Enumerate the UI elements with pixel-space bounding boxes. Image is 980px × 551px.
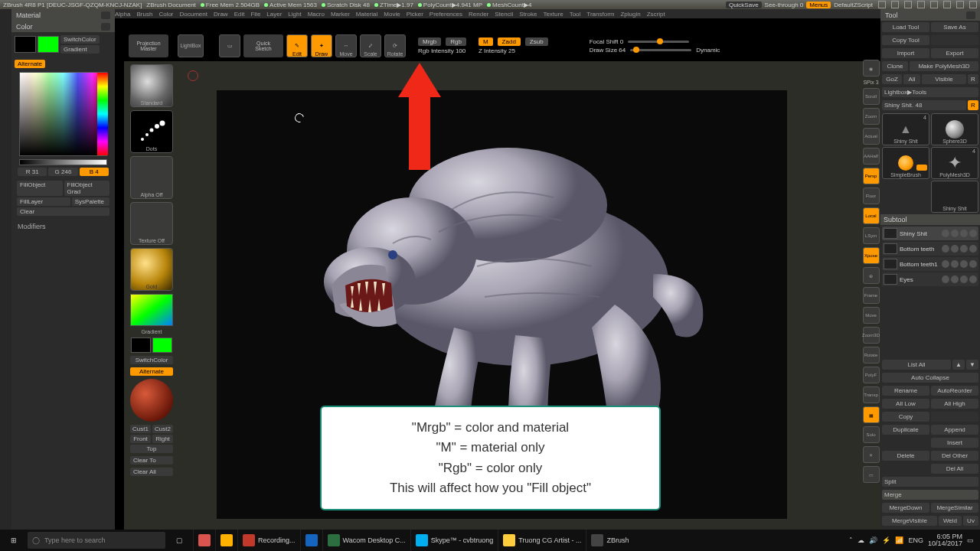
- floor-button[interactable]: Floor: [863, 187, 880, 204]
- subtool-item[interactable]: Shiny Shit: [882, 227, 978, 240]
- r-chip[interactable]: R: [968, 100, 978, 110]
- append-button[interactable]: Append: [931, 425, 978, 435]
- menu-item[interactable]: Preferences: [430, 11, 462, 18]
- clone-button[interactable]: Clone: [882, 61, 908, 71]
- mergesimilar-button[interactable]: MergeSimilar: [931, 503, 978, 513]
- copy-tool-button[interactable]: Copy Tool: [882, 35, 929, 45]
- syspalette-button[interactable]: SysPalette: [72, 197, 109, 206]
- swatch[interactable]: [131, 337, 151, 353]
- menus-button[interactable]: Menus: [806, 2, 831, 8]
- drawsize-slider[interactable]: [630, 49, 691, 51]
- load-tool-button[interactable]: Load Tool: [882, 22, 929, 32]
- scroll-button[interactable]: Scroll: [863, 88, 880, 105]
- mergedown-button[interactable]: MergeDown: [882, 503, 929, 513]
- material-thumb[interactable]: Gold: [130, 248, 173, 291]
- split-header[interactable]: Split: [882, 477, 978, 487]
- clearall-button[interactable]: Clear All: [130, 468, 173, 476]
- allhigh-button[interactable]: All High: [931, 399, 978, 409]
- tray-icon[interactable]: 📶: [895, 536, 903, 544]
- menu-item[interactable]: Render: [469, 11, 488, 18]
- gradient-button[interactable]: Gradient: [60, 45, 100, 54]
- listall-button[interactable]: List All: [882, 360, 951, 370]
- collapse-icon[interactable]: [966, 11, 975, 19]
- rotate-button[interactable]: ⟳Rotate: [384, 34, 406, 57]
- switchcolor-button[interactable]: SwitchColor: [130, 356, 173, 364]
- save-as-button[interactable]: Save As: [931, 22, 978, 32]
- delother-button[interactable]: Del Other: [931, 451, 978, 461]
- visible-button[interactable]: Visible: [922, 74, 966, 84]
- clear-button[interactable]: Clear: [17, 207, 109, 216]
- persp-button[interactable]: Persp: [863, 168, 880, 184]
- taskbar-item[interactable]: Truong CG Artist - ...: [498, 530, 586, 551]
- menu-item[interactable]: Transform: [586, 11, 614, 18]
- rgb-intensity-label[interactable]: Rgb Intensity 100: [418, 47, 466, 54]
- aahalf-button[interactable]: AAHalf: [863, 148, 880, 165]
- rename-button[interactable]: Rename: [882, 386, 929, 396]
- alternate-button[interactable]: Alternate: [130, 367, 173, 376]
- zsub-button[interactable]: Zsub: [525, 37, 548, 46]
- subtool-item[interactable]: Bottom teeth: [882, 242, 978, 256]
- win-icon[interactable]: [904, 1, 912, 8]
- menu-item[interactable]: Alpha: [115, 11, 130, 18]
- close-icon[interactable]: [969, 1, 977, 8]
- menu-item[interactable]: Zplugin: [620, 11, 640, 18]
- paste-button[interactable]: [931, 412, 978, 422]
- modifiers-label[interactable]: Modifiers: [15, 218, 112, 235]
- clearto-button[interactable]: Clear To: [130, 456, 173, 465]
- alllow-button[interactable]: All Low: [882, 399, 929, 409]
- uv-button[interactable]: Uv: [963, 516, 978, 526]
- taskbar-item[interactable]: Skype™ - cvbtruong: [410, 530, 498, 551]
- maximize-icon[interactable]: [956, 1, 964, 8]
- taskbar-item[interactable]: [193, 530, 215, 551]
- secondary-color-swatch[interactable]: [15, 36, 36, 53]
- xpose-button[interactable]: Xpose: [863, 247, 880, 264]
- clock[interactable]: 6:05 PM10/14/2017: [928, 533, 962, 547]
- color-picker[interactable]: [19, 72, 107, 156]
- r-value[interactable]: R 31: [18, 168, 47, 176]
- lightbox-button[interactable]: LightBox: [178, 34, 204, 57]
- goz-button[interactable]: GoZ: [882, 74, 902, 84]
- autoreorder-button[interactable]: AutoReorder: [931, 386, 978, 396]
- hue-strip[interactable]: [97, 73, 108, 155]
- win-icon[interactable]: [930, 1, 938, 8]
- solo-button[interactable]: Solo: [863, 426, 880, 443]
- lsym-button[interactable]: LSym: [863, 227, 880, 244]
- primary-color-swatch[interactable]: [38, 36, 59, 53]
- notification-icon[interactable]: ▭: [967, 536, 974, 544]
- zoom3d-button[interactable]: Zoom3D: [863, 327, 880, 344]
- tray-icon[interactable]: ˄: [849, 536, 853, 544]
- subtool-header[interactable]: Subtool: [880, 214, 980, 225]
- rgb-button[interactable]: Rgb: [446, 37, 466, 46]
- search-input[interactable]: ◯ Type here to search: [28, 532, 165, 549]
- fillobject-button[interactable]: FillObject: [17, 181, 63, 196]
- cust1-button[interactable]: Cust1: [130, 425, 151, 433]
- cust2-button[interactable]: Cust2: [152, 425, 173, 433]
- quicksketch-button[interactable]: QuickSketch: [243, 34, 283, 57]
- ghost-button[interactable]: ▦: [863, 406, 880, 423]
- taskbar-item[interactable]: Recording...: [237, 530, 300, 551]
- mrgb-button[interactable]: Mrgb: [418, 37, 441, 46]
- win-icon[interactable]: [917, 1, 925, 8]
- brush-thumb[interactable]: Standard: [130, 64, 173, 107]
- minimize-icon[interactable]: [943, 1, 951, 8]
- dynamic-label[interactable]: Dynamic: [696, 47, 720, 54]
- texture-thumb[interactable]: Texture Off: [130, 202, 173, 245]
- mergevisible-button[interactable]: MergeVisible: [882, 516, 937, 526]
- duplicate-button[interactable]: Duplicate: [882, 425, 929, 435]
- menu-item[interactable]: Texture: [543, 11, 563, 18]
- export-button[interactable]: Export: [931, 48, 978, 58]
- subtool-item[interactable]: Bottom teeth1: [882, 257, 978, 271]
- seethrough-label[interactable]: See-through 0: [765, 2, 804, 8]
- stroke-thumb[interactable]: Dots: [130, 110, 173, 153]
- switchcolor-button[interactable]: SwitchColor: [60, 35, 100, 44]
- paintstop-button[interactable]: ▭: [219, 34, 240, 57]
- draw-size-label[interactable]: Draw Size 64: [590, 47, 626, 54]
- lang-indicator[interactable]: ENG: [908, 536, 923, 544]
- taskview-button[interactable]: ▢: [165, 530, 193, 551]
- tool-thumb[interactable]: Shiny Shit: [931, 181, 978, 213]
- zscript-label[interactable]: DefaultZScript: [834, 2, 873, 8]
- current-tool-label[interactable]: Shiny Shit. 48: [882, 100, 966, 110]
- swatch[interactable]: [152, 337, 172, 353]
- value-slider[interactable]: [19, 159, 107, 165]
- frame-button[interactable]: Frame: [863, 287, 880, 304]
